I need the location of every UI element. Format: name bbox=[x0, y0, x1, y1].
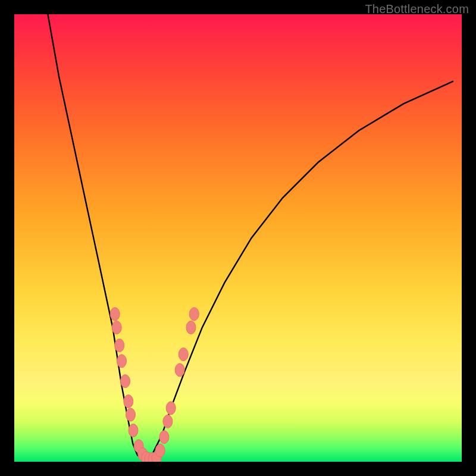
data-marker bbox=[178, 348, 188, 361]
plot-area bbox=[14, 14, 462, 462]
data-marker bbox=[163, 415, 173, 428]
bottleneck-chart bbox=[14, 14, 462, 462]
data-marker bbox=[159, 431, 169, 444]
data-markers bbox=[110, 308, 199, 462]
watermark-text: TheBottleneck.com bbox=[365, 2, 469, 16]
data-marker bbox=[166, 402, 176, 415]
data-marker bbox=[126, 408, 136, 421]
data-marker bbox=[112, 321, 121, 334]
data-marker bbox=[117, 355, 127, 368]
data-marker bbox=[110, 308, 120, 321]
data-marker bbox=[155, 444, 165, 457]
data-marker bbox=[121, 375, 130, 388]
data-marker bbox=[115, 339, 124, 352]
data-marker bbox=[124, 395, 133, 408]
bottleneck-curve bbox=[48, 14, 453, 461]
data-marker bbox=[129, 424, 138, 437]
data-marker bbox=[189, 308, 199, 321]
data-marker bbox=[175, 364, 184, 377]
data-marker bbox=[186, 321, 196, 334]
